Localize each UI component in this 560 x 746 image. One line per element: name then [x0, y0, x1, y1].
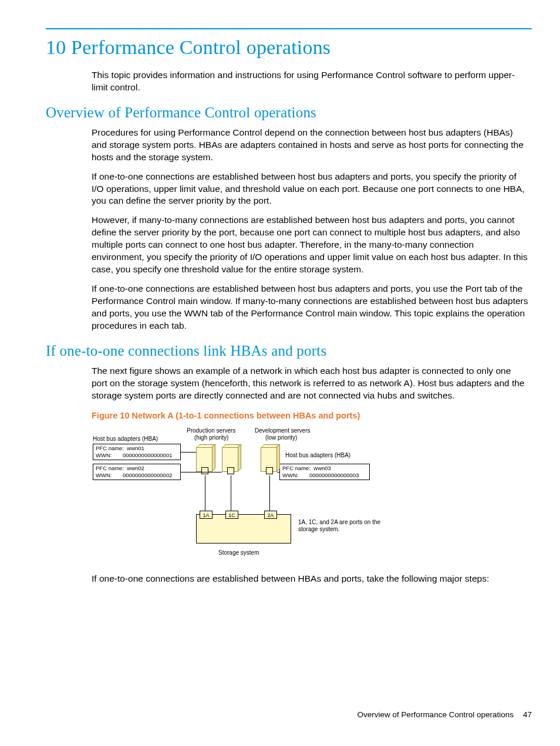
server-3: [261, 447, 277, 472]
label-development-servers: Development servers: [255, 427, 310, 434]
section-heading-overview: Overview of Performance Control operatio…: [46, 104, 532, 121]
port-1a: 1A: [200, 511, 212, 519]
wire-hba2-h: [181, 472, 222, 472]
server-1-port: [201, 467, 208, 474]
overview-p2: If one-to-one connections are establishe…: [92, 171, 528, 208]
hba1-pfc-label: PFC name:: [96, 445, 124, 451]
overview-p1: Procedures for using Performance Control…: [92, 127, 528, 164]
overview-p3: However, if many-to-many connections are…: [92, 214, 528, 276]
label-ports-note: 1A, 1C, and 2A are ports on the storage …: [298, 519, 386, 533]
intro-paragraph: This topic provides information and inst…: [92, 69, 528, 94]
figure-caption: Figure 10 Network A (1-to-1 connections …: [92, 411, 528, 420]
label-hba-right: Host bus adapters (HBA): [285, 452, 350, 459]
section-heading-onetoone: If one-to-one connections link HBAs and …: [46, 343, 532, 359]
server-2: [222, 447, 238, 472]
footer-page-number: 47: [523, 710, 532, 719]
footer-text: Overview of Performance Control operatio…: [357, 710, 514, 719]
server-3-port: [266, 467, 273, 474]
hba2-wwn-label: WWN:: [96, 472, 112, 478]
wire-hba3-h: [277, 472, 279, 472]
hba1-wwn: 0000000000000001: [123, 452, 173, 458]
wire-s3-port: [269, 475, 270, 511]
hba1-pfc: wwn01: [127, 445, 144, 451]
wire-s1-port: [205, 475, 205, 511]
hba3-pfc: wwn03: [313, 465, 331, 471]
hba2-wwn: 0000000000000002: [123, 472, 173, 478]
hba2-pfc: wwn02: [127, 465, 144, 471]
chapter-heading: 10 Performance Control operations: [46, 36, 532, 59]
label-production-servers: Production servers: [187, 427, 235, 434]
label-high-priority: (high priority): [194, 434, 228, 441]
label-hba-left: Host bus adapters (HBA): [93, 436, 158, 443]
port-1c: 1C: [225, 511, 238, 519]
onetoone-p1: The next figure shows an example of a ne…: [92, 365, 528, 402]
hba-box-2: PFC name: wwn02 WWN: 0000000000000002: [93, 464, 181, 480]
hba-box-3: PFC name: wwn03 WWN: 0000000000000003: [279, 464, 370, 480]
overview-p4: If one-to-one connections are establishe…: [92, 283, 528, 332]
page-footer: Overview of Performance Control operatio…: [357, 710, 532, 719]
onetoone-p2: If one-to-one connections are establishe…: [92, 573, 528, 585]
label-storage-system: Storage system: [218, 549, 259, 556]
hba-box-1: PFC name: wwn01 WWN: 0000000000000001: [93, 444, 181, 460]
hba1-wwn-label: WWN:: [96, 452, 112, 458]
wire-hba1: [181, 452, 196, 453]
hba3-wwn-label: WWN:: [282, 472, 298, 478]
wire-s2-port: [231, 475, 231, 511]
hba2-pfc-label: PFC name:: [96, 465, 124, 471]
server-2-port: [227, 467, 234, 474]
server-1: [196, 447, 212, 472]
port-2a: 2A: [264, 511, 277, 519]
top-rule: [46, 28, 532, 29]
figure-diagram: Production servers (high priority) Devel…: [92, 427, 409, 562]
label-low-priority: (low priority): [265, 434, 297, 441]
hba3-wwn: 0000000000000003: [309, 472, 359, 478]
hba3-pfc-label: PFC name:: [282, 465, 311, 471]
